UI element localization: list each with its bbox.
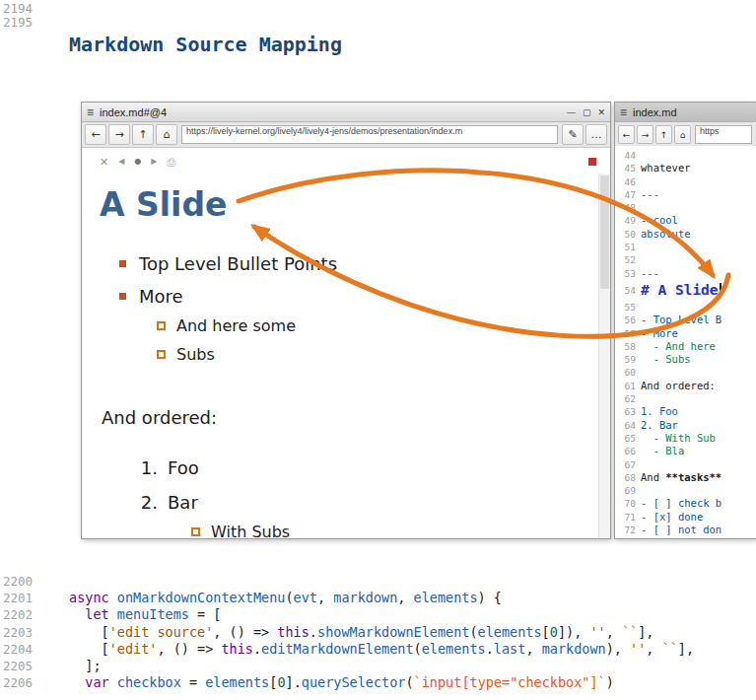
source-line: 47---: [615, 188, 756, 201]
source-line: 49- cool: [615, 214, 756, 227]
code-line: 2201async onMarkdownContextMenu(evt, mar…: [0, 590, 756, 606]
line-number: 2202: [0, 606, 69, 623]
source-line: 70- [ ] check b: [615, 497, 756, 510]
menu-icon[interactable]: ≡: [620, 106, 627, 118]
ordered-marker: 2.: [134, 492, 158, 513]
scrollbar[interactable]: [598, 174, 610, 538]
source-line: 55: [615, 301, 756, 314]
source-editor-window: ≡ index.md ← → ↑ ⌂ https 4445whatever464…: [614, 102, 756, 539]
line-number: 2203: [0, 624, 69, 641]
source-line-text: - Bla: [641, 445, 684, 457]
list-item-label: Subs: [176, 345, 215, 364]
source-line: 69: [615, 484, 756, 497]
code-block[interactable]: 22002201async onMarkdownContextMenu(evt,…: [0, 573, 756, 691]
window-controls: — ▢ ✕: [567, 107, 605, 117]
bullet-hollow-square-icon: [191, 527, 200, 536]
line-number: 69: [615, 484, 641, 497]
home-button[interactable]: ⌂: [674, 125, 691, 144]
url-input[interactable]: https: [695, 125, 752, 144]
source-line-text: ---: [641, 267, 659, 280]
source-line-text: - [ ] not don: [641, 524, 722, 536]
source-line-text: 2. Bar: [641, 419, 678, 432]
code-line: 2203 ['edit source', () => this.showMark…: [0, 624, 756, 641]
line-number: 47: [615, 188, 641, 201]
url-input[interactable]: https://lively-kernel.org/lively4/lively…: [181, 125, 558, 144]
line-number: 66: [615, 445, 641, 457]
line-number: 72: [615, 524, 641, 536]
window-titlebar: ≡ index.md: [615, 103, 756, 122]
line-number: 61: [615, 380, 641, 392]
window-title: index.md: [633, 106, 677, 118]
source-line-text: - [ ] check b: [641, 497, 722, 510]
line-number: 44: [615, 149, 641, 162]
line-number: 70: [615, 497, 641, 510]
list-subitem: Subs: [99, 345, 599, 364]
line-number: 57: [615, 327, 641, 340]
source-line: 60: [615, 366, 756, 379]
browser-navbar: ← → ↑ ⌂ https://lively-kernel.org/lively…: [82, 122, 610, 148]
line-number: 58: [615, 340, 641, 353]
source-line-text: - Top Level B: [641, 314, 722, 326]
line-number: 64: [615, 419, 641, 432]
source-line-text: And ordered:: [641, 380, 716, 392]
more-options-button[interactable]: …: [585, 124, 607, 145]
line-number: 55: [615, 301, 641, 314]
source-line: 48: [615, 201, 756, 214]
source-line: 50absolute: [615, 228, 756, 241]
source-line-text: # A Slide: [641, 280, 722, 301]
edit-pencil-button[interactable]: ✎: [562, 124, 584, 145]
prev-slide-icon[interactable]: ◀: [118, 158, 124, 166]
line-number: 60: [615, 366, 641, 379]
line-number: 59: [615, 353, 641, 366]
forward-button[interactable]: →: [637, 125, 653, 144]
line-number: 63: [615, 405, 641, 418]
line-number: 65: [615, 432, 641, 445]
close-icon[interactable]: ✕: [597, 107, 605, 117]
source-line-text: - More: [641, 327, 678, 340]
source-line-text: absolute: [641, 228, 691, 241]
up-button[interactable]: ↑: [132, 124, 154, 145]
source-code-editor[interactable]: 4445whatever4647---4849- cool50absolute5…: [615, 146, 756, 538]
source-line: 56- Top Level B: [615, 314, 756, 326]
back-button[interactable]: ←: [85, 124, 106, 145]
list-item: More: [99, 286, 599, 307]
source-line-text: - With Sub: [641, 432, 716, 445]
line-number: 48: [615, 201, 641, 214]
source-line-text: whatever: [641, 162, 691, 175]
back-button[interactable]: ←: [618, 125, 635, 144]
code-line-text: var checkbox = elements[0].querySelector…: [69, 674, 614, 691]
code-line: 2206 var checkbox = elements[0].querySel…: [0, 674, 756, 691]
line-number: 54: [615, 280, 641, 301]
maximize-icon[interactable]: ▢: [583, 107, 591, 117]
source-line: 53---: [615, 267, 756, 280]
list-item-label: Foo: [168, 457, 199, 478]
menu-icon[interactable]: ≡: [87, 106, 94, 118]
print-icon[interactable]: ⎙: [168, 157, 176, 168]
line-number: 50: [615, 228, 641, 241]
slide-dot-icon[interactable]: ●: [134, 158, 141, 166]
line-number: 2204: [0, 641, 69, 658]
list-item-label: More: [139, 286, 183, 307]
source-line-text: - Subs: [641, 353, 691, 366]
list-item: Top Level Bullet Points: [99, 253, 599, 274]
line-number: 2200: [0, 573, 69, 590]
source-line: 68And **tasks**: [615, 471, 756, 484]
source-line-text: 1. Foo: [641, 405, 678, 418]
line-number: 52: [615, 253, 641, 266]
source-line-text: ---: [641, 188, 659, 201]
list-item-label: Bar: [168, 492, 198, 513]
scrollbar-thumb[interactable]: [600, 175, 609, 289]
list-item-label: And here some: [176, 316, 296, 335]
code-line: 2200: [0, 573, 756, 590]
up-button[interactable]: ↑: [655, 125, 672, 144]
bullet-square-icon: [119, 260, 126, 267]
minimize-icon[interactable]: —: [567, 107, 576, 117]
code-line-text: let menuItems = [: [69, 606, 221, 623]
forward-button[interactable]: →: [108, 124, 130, 145]
code-line-text: ];: [69, 658, 102, 674]
source-line-text: And **tasks**: [641, 471, 722, 484]
close-presentation-icon[interactable]: ✕: [100, 157, 108, 168]
next-slide-icon[interactable]: ▶: [151, 158, 157, 166]
home-button[interactable]: ⌂: [156, 124, 177, 145]
source-line: 44: [615, 149, 756, 162]
